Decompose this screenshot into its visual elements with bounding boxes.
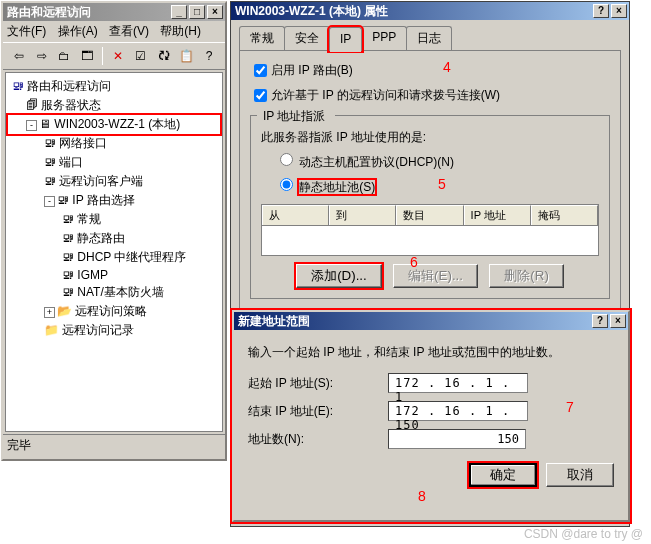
menu-action[interactable]: 操作(A) <box>58 24 98 38</box>
static-pool-radio[interactable] <box>280 178 293 191</box>
expand-icon: + <box>44 307 55 318</box>
tree-general[interactable]: 🖳 常规 <box>8 210 220 229</box>
tree-ra-clients[interactable]: 🖳 远程访问客户端 <box>8 172 220 191</box>
tree-ra-policies[interactable]: +📂 远程访问策略 <box>8 302 220 321</box>
tab-general[interactable]: 常规 <box>239 26 285 50</box>
edit-button[interactable]: 编辑(E)... <box>393 264 478 288</box>
remove-button[interactable]: 删除(R) <box>489 264 564 288</box>
tree-panel: 🖳 路由和远程访问 🗐 服务器状态 -🖥 WIN2003-WZZ-1 (本地) … <box>5 72 223 432</box>
collapse-icon: - <box>44 196 55 207</box>
annotation-6: 6 <box>410 254 418 270</box>
tree-ip-routing[interactable]: -🖳 IP 路由选择 <box>8 191 220 210</box>
help-button[interactable]: ? <box>199 46 219 66</box>
annotation-7: 7 <box>566 399 574 415</box>
help-button[interactable]: ? <box>593 4 609 18</box>
tab-strip: 常规 安全 IP PPP 日志 <box>239 26 621 50</box>
newrange-body: 输入一个起始 IP 地址，和结束 IP 地址或范围中的地址数。 起始 IP 地址… <box>234 330 628 501</box>
close-button[interactable]: × <box>611 4 627 18</box>
annotation-8: 8 <box>418 488 426 504</box>
close-button[interactable]: × <box>610 314 626 328</box>
tree-server-local[interactable]: -🖥 WIN2003-WZZ-1 (本地) <box>8 115 220 134</box>
help-button[interactable]: ? <box>592 314 608 328</box>
minimize-button[interactable]: _ <box>171 5 187 19</box>
toolbar: ⇦ ⇨ 🗀 🗔 ✕ ☑ 🗘 📋 ? <box>3 42 225 70</box>
start-ip-input[interactable]: 172 . 16 . 1 . 1 <box>388 373 528 393</box>
tree-dhcp-relay[interactable]: 🖳 DHCP 中继代理程序 <box>8 248 220 267</box>
close-button[interactable]: × <box>207 5 223 19</box>
col-ip[interactable]: IP 地址 <box>464 205 531 225</box>
tab-security[interactable]: 安全 <box>284 26 330 50</box>
col-count[interactable]: 数目 <box>396 205 463 225</box>
annotation-4: 4 <box>443 59 451 75</box>
props-title: WIN2003-WZZ-1 (本地) 属性 <box>235 3 591 20</box>
newrange-titlebar[interactable]: 新建地址范围 ? × <box>234 312 628 330</box>
start-ip-label: 起始 IP 地址(S): <box>248 375 388 392</box>
mmc-window: 路由和远程访问 _ □ × 文件(F) 操作(A) 查看(V) 帮助(H) ⇦ … <box>1 1 227 461</box>
enable-ip-routing-checkbox[interactable] <box>254 64 267 77</box>
dhcp-radio[interactable] <box>280 153 293 166</box>
ip-assign-groupbox: IP 地址指派 此服务器指派 IP 地址使用的是: 动态主机配置协议(DHCP)… <box>250 115 610 299</box>
pool-list-header: 从 到 数目 IP 地址 掩码 <box>261 204 599 226</box>
mmc-title: 路由和远程访问 <box>7 4 169 21</box>
allow-remote-label: 允许基于 IP 的远程访问和请求拨号连接(W) <box>271 88 500 102</box>
tab-ppp[interactable]: PPP <box>361 26 407 50</box>
end-ip-label: 结束 IP 地址(E): <box>248 403 388 420</box>
ip-assign-title: IP 地址指派 <box>259 108 329 125</box>
col-mask[interactable]: 掩码 <box>531 205 598 225</box>
toolbar-separator <box>102 47 103 65</box>
cancel-button[interactable]: 取消 <box>546 463 614 487</box>
count-label: 地址数(N): <box>248 431 388 448</box>
newrange-title: 新建地址范围 <box>238 313 590 330</box>
allow-remote-checkbox[interactable] <box>254 89 267 102</box>
tab-ip[interactable]: IP <box>329 27 362 51</box>
col-to[interactable]: 到 <box>329 205 396 225</box>
menu-file[interactable]: 文件(F) <box>7 24 46 38</box>
tree-igmp[interactable]: 🖳 IGMP <box>8 267 220 283</box>
tab-log[interactable]: 日志 <box>406 26 452 50</box>
watermark: CSDN @dare to try @ <box>524 527 643 541</box>
enable-ip-routing-label: 启用 IP 路由(B) <box>271 63 353 77</box>
back-button[interactable]: ⇦ <box>9 46 29 66</box>
count-input[interactable]: 150 <box>388 429 526 449</box>
tree-static-routes[interactable]: 🖳 静态路由 <box>8 229 220 248</box>
refresh-button[interactable]: 🗘 <box>154 46 174 66</box>
statusbar: 完毕 <box>3 434 225 456</box>
props-titlebar[interactable]: WIN2003-WZZ-1 (本地) 属性 ? × <box>231 2 629 20</box>
dhcp-radio-label: 动态主机配置协议(DHCP)(N) <box>299 155 454 169</box>
tree-ra-logging[interactable]: 📁 远程访问记录 <box>8 321 220 340</box>
pool-list[interactable] <box>261 226 599 256</box>
collapse-icon: - <box>26 120 37 131</box>
forward-button[interactable]: ⇨ <box>32 46 52 66</box>
properties2-button[interactable]: ☑ <box>131 46 151 66</box>
tree-root[interactable]: 🖳 路由和远程访问 <box>8 77 220 96</box>
tree-nat[interactable]: 🖳 NAT/基本防火墙 <box>8 283 220 302</box>
tree-server-status[interactable]: 🗐 服务器状态 <box>8 96 220 115</box>
tree-ports[interactable]: 🖳 端口 <box>8 153 220 172</box>
menu-help[interactable]: 帮助(H) <box>160 24 201 38</box>
end-ip-input[interactable]: 172 . 16 . 1 . 150 <box>388 401 528 421</box>
properties-button[interactable]: 🗔 <box>77 46 97 66</box>
add-button[interactable]: 添加(D)... <box>296 264 382 288</box>
ok-button[interactable]: 确定 <box>469 463 537 487</box>
menubar: 文件(F) 操作(A) 查看(V) 帮助(H) <box>3 21 225 42</box>
col-from[interactable]: 从 <box>262 205 329 225</box>
export-button[interactable]: 📋 <box>176 46 196 66</box>
ip-assign-desc: 此服务器指派 IP 地址使用的是: <box>261 129 599 146</box>
static-pool-radio-label: 静态地址池(S) <box>299 180 375 194</box>
newrange-desc: 输入一个起始 IP 地址，和结束 IP 地址或范围中的地址数。 <box>248 344 614 361</box>
mmc-titlebar[interactable]: 路由和远程访问 _ □ × <box>3 3 225 21</box>
annotation-5: 5 <box>438 176 446 192</box>
tree-network-interfaces[interactable]: 🖳 网络接口 <box>8 134 220 153</box>
up-button[interactable]: 🗀 <box>55 46 75 66</box>
menu-view[interactable]: 查看(V) <box>109 24 149 38</box>
new-range-dialog: 新建地址范围 ? × 输入一个起始 IP 地址，和结束 IP 地址或范围中的地址… <box>232 310 630 522</box>
delete-button[interactable]: ✕ <box>108 46 128 66</box>
maximize-button[interactable]: □ <box>189 5 205 19</box>
